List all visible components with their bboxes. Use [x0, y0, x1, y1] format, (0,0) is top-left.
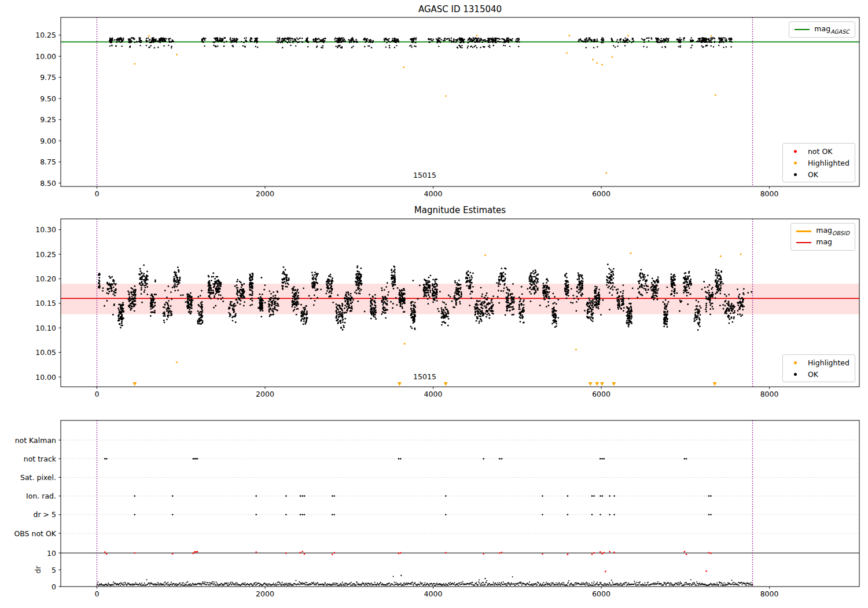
svg-text:10.10: 10.10: [35, 324, 56, 332]
svg-text:8000: 8000: [760, 589, 779, 598]
legend-item-highlighted: Highlighted: [788, 158, 849, 168]
ok-marker-swatch-middle: [794, 373, 797, 376]
ok-marker-wrap-middle: [788, 373, 803, 376]
legend-point-status-middle: Highlighted OK: [782, 354, 855, 382]
middle-panel-title: Magnitude Estimates: [61, 205, 859, 215]
svg-text:10.05: 10.05: [35, 348, 56, 357]
svg-text:OBS not OK: OBS not OK: [14, 529, 56, 538]
svg-text:not Kalman: not Kalman: [15, 436, 56, 445]
highlighted-marker-wrap: [788, 162, 803, 164]
top-panel-title: AGASC ID 1315040: [61, 4, 859, 14]
svg-text:8.75: 8.75: [40, 158, 56, 166]
svg-text:10.25: 10.25: [35, 250, 56, 259]
highlighted-marker-swatch: [794, 162, 797, 164]
legend-item-highlighted-middle: Highlighted: [788, 357, 849, 368]
legend-item-mag-obsid: magOBSID: [796, 226, 849, 236]
mag-agasc-label: magAGASC: [814, 24, 849, 35]
not-ok-marker-wrap: [788, 150, 803, 153]
ok-label-middle: OK: [808, 370, 818, 379]
svg-text:9.75: 9.75: [40, 73, 56, 82]
svg-text:10.00: 10.00: [35, 373, 56, 382]
mag-line-swatch: [796, 242, 811, 243]
svg-text:4000: 4000: [424, 189, 443, 198]
highlighted-marker-wrap-middle: [788, 361, 803, 364]
svg-text:0: 0: [52, 583, 56, 591]
legend-item-not-ok: not OK: [788, 146, 849, 156]
svg-text:2000: 2000: [256, 589, 274, 598]
svg-text:0: 0: [94, 589, 99, 598]
svg-text:0: 0: [94, 189, 99, 198]
svg-text:9.50: 9.50: [40, 94, 56, 103]
svg-text:5: 5: [52, 566, 56, 574]
legend-point-status-top: not OK Highlighted OK: [782, 143, 855, 182]
mag-obsid-line-swatch: [796, 230, 811, 232]
svg-text:10.00: 10.00: [35, 52, 56, 61]
legend-mag-agasc: magAGASC: [789, 21, 855, 38]
mag-agasc-line-swatch: [795, 29, 810, 30]
figure: 15015020004000600080008.508.759.009.259.…: [0, 0, 868, 608]
svg-text:15015: 15015: [413, 372, 436, 381]
svg-text:4000: 4000: [424, 589, 443, 598]
svg-text:8000: 8000: [760, 390, 779, 398]
svg-text:8000: 8000: [760, 189, 779, 198]
svg-text:2000: 2000: [256, 390, 274, 398]
mag-obsid-label: magOBSID: [816, 226, 849, 236]
ok-marker-swatch: [794, 173, 797, 176]
svg-text:6000: 6000: [592, 390, 610, 398]
svg-text:10: 10: [47, 549, 56, 558]
svg-text:6000: 6000: [592, 589, 610, 598]
plots-canvas: 15015020004000600080008.508.759.009.259.…: [0, 0, 868, 608]
svg-text:10.20: 10.20: [35, 274, 56, 283]
svg-text:not track: not track: [24, 455, 57, 463]
mag-label: mag: [816, 237, 832, 248]
svg-text:Sat. pixel.: Sat. pixel.: [20, 473, 56, 482]
svg-text:15015: 15015: [413, 171, 436, 180]
svg-text:6000: 6000: [592, 189, 610, 198]
svg-text:9.25: 9.25: [40, 115, 56, 124]
legend-item-ok: OK: [788, 169, 849, 180]
legend-item-mag: mag: [796, 237, 849, 248]
highlighted-label: Highlighted: [808, 159, 849, 167]
legend-item-ok-middle: OK: [788, 369, 849, 379]
svg-text:dr > 5: dr > 5: [34, 510, 56, 519]
not-ok-marker-swatch: [794, 150, 797, 153]
svg-text:10.15: 10.15: [35, 299, 56, 307]
legend-mag-lines: magOBSID mag: [790, 223, 855, 251]
not-ok-label: not OK: [808, 147, 832, 156]
svg-text:Ion. rad.: Ion. rad.: [26, 492, 56, 500]
highlighted-marker-swatch-middle: [794, 361, 797, 364]
ok-label: OK: [808, 170, 818, 179]
svg-text:10.25: 10.25: [35, 31, 56, 39]
ok-marker-wrap: [788, 173, 803, 176]
svg-text:2000: 2000: [256, 189, 274, 198]
highlighted-label-middle: Highlighted: [808, 358, 849, 367]
legend-item-mag-agasc: magAGASC: [795, 24, 849, 35]
svg-text:dr: dr: [34, 566, 42, 574]
svg-text:8.50: 8.50: [40, 179, 56, 188]
svg-text:0: 0: [94, 390, 99, 398]
svg-text:4000: 4000: [424, 390, 443, 398]
svg-text:9.00: 9.00: [40, 137, 56, 145]
svg-text:10.30: 10.30: [35, 225, 56, 234]
